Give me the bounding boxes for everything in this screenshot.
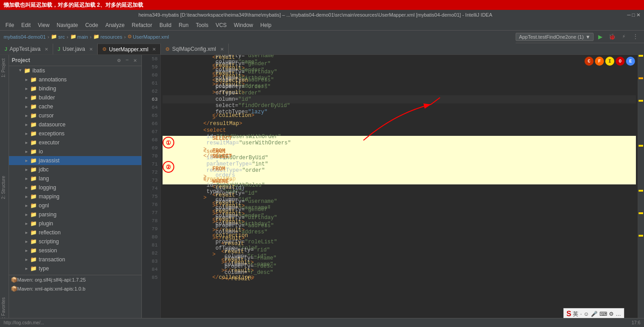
line-num-71: 71 (142, 160, 160, 168)
line-num-61: 61 (142, 79, 160, 87)
maven-item-slf4j[interactable]: 📦 Maven: org.slf4j:slf4j-api:1.7.25 (9, 275, 141, 284)
folder-icon-annotations: 📁 (30, 76, 37, 83)
tree-label-plugin: plugin (39, 220, 53, 227)
tree-item-cursor[interactable]: ▶ 📁 cursor (9, 111, 141, 120)
line-num-70: 70 (142, 152, 160, 160)
tree-label-jdbc: jdbc (39, 166, 49, 173)
tab-sqlmapconfig-close[interactable]: ✕ (220, 47, 224, 52)
gutter-marker-6 (639, 212, 643, 214)
tree-label-binding: binding (39, 85, 56, 92)
gutter-marker-4 (639, 145, 643, 147)
maven-item-xmlapis[interactable]: 📦 Maven: xml-apis:xml-apis:1.0.b (9, 284, 141, 293)
tree-item-javassist[interactable]: ▶ 📁 javassist (9, 156, 141, 165)
menu-navigate[interactable]: Navigate (53, 21, 82, 29)
menu-run[interactable]: Run (175, 21, 192, 29)
run-config-dropdown[interactable]: AppTest.testFindOne2one (1) ▼ (516, 33, 594, 41)
tree-item-exceptions[interactable]: ▶ 📁 exceptions (9, 129, 141, 138)
tree-item-mapping[interactable]: ▶ 📁 mapping (9, 192, 141, 201)
folder-icon-cache: 📁 (30, 103, 37, 110)
chinese-toolbar-text: 英 (573, 310, 578, 318)
tree-item-lang[interactable]: ▶ 📁 lang (9, 174, 141, 183)
menu-refactor[interactable]: Refactor (128, 21, 156, 29)
tree-arrow-reflection: ▶ (23, 229, 30, 236)
tab-apptest-label: AppTest.java (9, 46, 41, 52)
run-debug-button[interactable]: 🐞 (607, 32, 617, 42)
line-num-85: 85 (142, 273, 160, 282)
tree-arrow-jdbc: ▶ (23, 166, 30, 173)
tree-item-io[interactable]: ▶ 📁 io (9, 147, 141, 156)
tree-item-jdbc[interactable]: ▶ 📁 jdbc (9, 165, 141, 174)
tree-label-executor: executor (39, 139, 59, 146)
menu-build[interactable]: Build (156, 21, 175, 29)
folder-icon-builder: 📁 (30, 94, 37, 101)
tree-arrow-scripting: ▶ (23, 238, 30, 245)
tree-item-datasource[interactable]: ▶ 📁 datasource (9, 120, 141, 129)
tree-arrow-javassist: ▶ (23, 157, 30, 164)
tree-item-session[interactable]: ▶ 📁 session (9, 246, 141, 255)
menu-tools[interactable]: Tools (192, 21, 212, 29)
line-num-76: 76 (142, 201, 160, 209)
sidebar-collapse-icon[interactable]: − (123, 57, 131, 64)
tree-item-builder[interactable]: ▶ 📁 builder (9, 93, 141, 102)
sidebar-settings-icon[interactable]: ⚙ (115, 57, 122, 64)
line-num-72: 72 (142, 168, 160, 176)
tree-item-scripting[interactable]: ▶ 📁 scripting (9, 237, 141, 246)
tree-item-type[interactable]: ▶ 📁 type (9, 264, 141, 273)
tab-sqlmapconfig-label: SqlMapConfig.xml (172, 46, 216, 52)
sidebar-close-icon[interactable]: ✕ (132, 57, 139, 64)
left-tab-structure[interactable]: 2: Structure (0, 172, 9, 203)
menu-code[interactable]: Code (82, 21, 102, 29)
menu-analyze[interactable]: Analyze (102, 21, 128, 29)
sidebar-header: Project ⚙ − ✕ (9, 55, 141, 66)
tree-item-executor[interactable]: ▶ 📁 executor (9, 138, 141, 147)
tree-arrow-session: ▶ (23, 247, 30, 254)
line-num-63: 63 (142, 95, 160, 103)
menu-view[interactable]: View (34, 21, 53, 29)
tree-item-transaction[interactable]: ▶ 📁 transaction (9, 255, 141, 264)
tabs-bar: J AppTest.java ✕ J User.java ✕ ⚙ UserMap… (0, 43, 644, 55)
tree-item-parsing[interactable]: ▶ 📁 parsing (9, 210, 141, 219)
menu-edit[interactable]: Edit (18, 21, 34, 29)
maven-label-xmlapis: Maven: xml-apis:xml-apis:1.0.b (17, 286, 86, 291)
chinese-toolbar-keyboard: ⌨ (599, 311, 607, 317)
chinese-toolbar-settings: ⚙ (609, 311, 614, 317)
line-num-77: 77 (142, 209, 160, 217)
code-editor[interactable]: C F I O E 58 59 60 61 62 63 64 65 66 67 … (142, 55, 644, 324)
run-play-button[interactable]: ▶ (595, 32, 605, 42)
menu-window[interactable]: Window (230, 21, 257, 29)
gutter-marker-5 (639, 190, 643, 192)
menu-file[interactable]: File (2, 21, 18, 29)
tab-usermapper[interactable]: ⚙ UserMapper.xml ✕ (98, 44, 161, 54)
tab-usermapper-close[interactable]: ✕ (152, 47, 156, 52)
tree-item-plugin[interactable]: ▶ 📁 plugin (9, 219, 141, 228)
tree-arrow-cursor: ▶ (23, 112, 30, 119)
tree-item-ibatis[interactable]: ▼ 📁 ibatis (9, 66, 141, 75)
menu-help[interactable]: Help (257, 21, 275, 29)
tree-item-annotations[interactable]: ▶ 📁 annotations (9, 75, 141, 84)
run-more-button[interactable]: ⋮ (630, 32, 640, 42)
folder-icon-exceptions: 📁 (30, 130, 37, 137)
left-tab-project[interactable]: 1: Project (0, 55, 9, 81)
breadcrumb-project: mybatis04-demo01 (4, 34, 46, 40)
tree-arrow-exceptions: ▶ (23, 130, 30, 137)
folder-icon-logging: 📁 (30, 184, 37, 191)
run-config-label: AppTest.testFindOne2one (1) (519, 34, 584, 40)
tree-item-ognl[interactable]: ▶ 📁 ognl (9, 201, 141, 210)
tab-apptest-close[interactable]: ✕ (45, 47, 48, 52)
tree-item-logging[interactable]: ▶ 📁 logging (9, 183, 141, 192)
gutter-marker-7 (639, 235, 643, 237)
menu-vcs[interactable]: VCS (212, 21, 231, 29)
tree-item-reflection[interactable]: ▶ 📁 reflection (9, 228, 141, 237)
line-num-84: 84 (142, 265, 160, 273)
tree-item-binding[interactable]: ▶ 📁 binding (9, 84, 141, 93)
tree-arrow-binding: ▶ (23, 85, 30, 92)
tab-user-close[interactable]: ✕ (89, 47, 93, 52)
tab-sqlmapconfig[interactable]: ⚙ SqlMapConfig.xml ✕ (161, 44, 228, 54)
line-num-67: 67 (142, 128, 160, 136)
tab-user[interactable]: J User.java ✕ (53, 44, 98, 54)
run-coverage-button[interactable]: ⚡ (619, 32, 629, 42)
sidebar-title: Project (12, 57, 113, 63)
folder-icon-ibatis: 📁 (23, 67, 31, 74)
tab-apptest[interactable]: J AppTest.java ✕ (0, 44, 53, 54)
tree-item-cache[interactable]: ▶ 📁 cache (9, 102, 141, 111)
